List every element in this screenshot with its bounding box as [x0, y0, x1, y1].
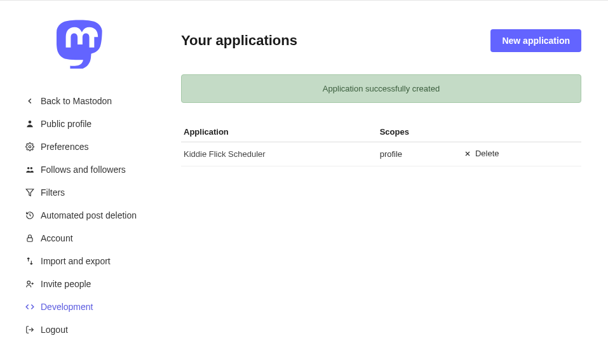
person-plus-icon [25, 280, 34, 288]
applications-table: Application Scopes Kiddie Flick Schedule… [181, 122, 581, 166]
sidebar-item-import-export[interactable]: Import and export [0, 250, 159, 273]
delete-label: Delete [475, 149, 499, 158]
sidebar-item-follows[interactable]: Follows and followers [0, 158, 159, 181]
close-icon [464, 150, 471, 158]
application-actions-cell: Delete [461, 142, 581, 166]
history-icon [25, 211, 34, 220]
sidebar-item-label: Back to Mastodon [41, 96, 112, 106]
mastodon-logo-icon [57, 20, 102, 69]
page-title: Your applications [181, 32, 297, 49]
main-content: Your applications New application Applic… [159, 1, 604, 364]
person-icon [25, 119, 34, 128]
flash-success-message: Application successfully created [181, 74, 581, 103]
people-icon [25, 165, 34, 174]
sidebar-item-label: Follows and followers [41, 165, 126, 175]
sidebar-item-preferences[interactable]: Preferences [0, 135, 159, 158]
table-row: Kiddie Flick Scheduler profile Delete [181, 142, 581, 166]
new-application-button[interactable]: New application [490, 29, 581, 52]
filter-icon [25, 188, 34, 197]
sidebar-item-label: Invite people [41, 279, 91, 289]
sidebar-item-label: Preferences [41, 142, 88, 152]
svg-point-2 [27, 167, 30, 170]
sidebar-item-label: Public profile [41, 119, 91, 129]
svg-point-3 [30, 167, 33, 170]
sidebar-item-logout[interactable]: Logout [0, 318, 159, 341]
sidebar-item-development[interactable]: Development [0, 295, 159, 318]
sidebar: Back to Mastodon Public profile Preferen… [0, 1, 159, 364]
gear-icon [25, 142, 34, 151]
svg-point-6 [27, 281, 30, 284]
sidebar-item-automated-deletion[interactable]: Automated post deletion [0, 204, 159, 227]
sidebar-item-filters[interactable]: Filters [0, 181, 159, 204]
sidebar-item-label: Automated post deletion [41, 210, 137, 220]
delete-application-link[interactable]: Delete [464, 149, 499, 158]
sidebar-item-label: Development [41, 302, 93, 312]
svg-point-1 [29, 145, 31, 148]
sidebar-item-public-profile[interactable]: Public profile [0, 112, 159, 135]
sidebar-item-label: Import and export [41, 256, 111, 266]
svg-marker-4 [26, 189, 34, 196]
svg-rect-5 [27, 238, 32, 241]
application-name-cell[interactable]: Kiddie Flick Scheduler [181, 142, 377, 166]
lock-icon [25, 234, 34, 243]
logo-wrap [0, 20, 159, 71]
table-header-scopes: Scopes [377, 122, 461, 142]
sidebar-item-invite[interactable]: Invite people [0, 273, 159, 295]
page-header: Your applications New application [181, 29, 581, 52]
chevron-left-icon [25, 97, 34, 105]
table-header-actions [461, 122, 581, 142]
sidebar-item-label: Logout [41, 325, 68, 335]
code-icon [25, 302, 34, 311]
sidebar-item-label: Account [41, 233, 73, 243]
sidebar-item-back[interactable]: Back to Mastodon [0, 90, 159, 112]
sidebar-item-account[interactable]: Account [0, 227, 159, 250]
import-export-icon [25, 257, 34, 266]
logout-icon [25, 325, 34, 334]
svg-point-0 [29, 121, 32, 124]
application-scopes-cell: profile [377, 142, 461, 166]
sidebar-item-label: Filters [41, 187, 65, 198]
table-header-application: Application [181, 122, 377, 142]
